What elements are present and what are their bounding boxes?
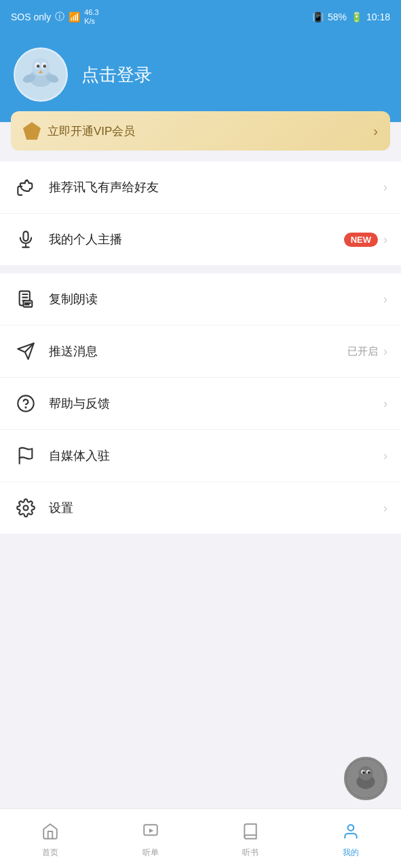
help-icon <box>14 391 38 416</box>
mic-icon <box>14 227 38 252</box>
nav-item-audiobook[interactable]: 听书 <box>201 818 301 859</box>
nav-item-playlist[interactable]: 听单 <box>100 818 201 859</box>
user-icon <box>342 823 360 844</box>
media-text: 自媒体入驻 <box>49 448 383 464</box>
vip-arrow-icon: › <box>373 123 378 139</box>
play-icon <box>142 823 159 844</box>
svg-point-18 <box>24 506 28 511</box>
alert-icon: ⓘ <box>55 11 64 23</box>
bottom-nav: 首页 听单 听书 我的 <box>0 808 401 868</box>
chevron-icon: › <box>383 180 387 195</box>
copyread-text: 复制朗读 <box>49 291 383 307</box>
menu-item-recommend[interactable]: 推荐讯飞有声给好友 › <box>0 161 401 214</box>
avatar-bird-svg <box>15 47 66 102</box>
menu-item-copyread[interactable]: 复制朗读 › <box>0 273 401 326</box>
status-left: SOS only ⓘ 📶 46.3K/s <box>11 8 99 26</box>
push-status: 已开启 <box>347 345 378 358</box>
login-button[interactable]: 点击登录 <box>81 63 152 87</box>
status-right: 📳 58% 🔋 10:18 <box>312 12 390 22</box>
send-icon <box>14 339 38 363</box>
menu-item-media[interactable]: 自媒体入驻 › <box>0 430 401 482</box>
avatar[interactable] <box>14 47 68 102</box>
thumbsup-icon <box>14 175 38 199</box>
menu-section-2: 复制朗读 › 推送消息 已开启 › 帮助与反馈 › <box>0 273 401 534</box>
audiobook-label: 听书 <box>242 847 259 859</box>
push-right: 已开启 › <box>347 344 387 359</box>
chevron-icon: › <box>383 449 387 463</box>
status-bar: SOS only ⓘ 📶 46.3K/s 📳 58% 🔋 10:18 <box>0 0 401 34</box>
wifi-icon: 📶 <box>69 12 80 22</box>
home-label: 首页 <box>42 847 58 859</box>
doc-icon <box>14 287 38 311</box>
battery-icon: 🔋 <box>351 12 362 22</box>
svg-point-16 <box>25 407 26 408</box>
menu-item-push[interactable]: 推送消息 已开启 › <box>0 326 401 378</box>
speed-text: 46.3K/s <box>84 8 98 26</box>
media-right: › <box>383 449 387 463</box>
content-wrapper: 推荐讯飞有声给好友 › 我的个人主播 NEW › 复制朗读 › <box>0 161 401 635</box>
vip-left: 立即开通VIP会员 <box>23 122 135 140</box>
gear-icon <box>14 496 38 520</box>
nav-item-home[interactable]: 首页 <box>0 818 100 859</box>
menu-item-broadcaster[interactable]: 我的个人主播 NEW › <box>0 214 401 265</box>
time-text: 10:18 <box>366 12 390 22</box>
vip-diamond-icon <box>23 122 41 140</box>
svg-point-4 <box>37 64 40 68</box>
svg-rect-10 <box>24 231 28 241</box>
svg-marker-27 <box>149 829 153 833</box>
chevron-icon: › <box>383 501 387 515</box>
vip-label: 立即开通VIP会员 <box>47 123 135 139</box>
chevron-icon: › <box>383 292 387 307</box>
settings-right: › <box>383 501 387 515</box>
svg-point-15 <box>18 395 33 411</box>
mine-label: 我的 <box>343 847 359 859</box>
help-text: 帮助与反馈 <box>49 395 383 412</box>
svg-point-25 <box>368 771 370 774</box>
nav-item-mine[interactable]: 我的 <box>301 818 401 859</box>
settings-text: 设置 <box>49 500 383 516</box>
chevron-icon: › <box>383 344 387 359</box>
vip-banner[interactable]: 立即开通VIP会员 › <box>11 111 390 151</box>
floating-player-avatar <box>346 758 385 799</box>
header-section[interactable]: 点击登录 <box>0 34 401 122</box>
svg-point-28 <box>348 825 354 831</box>
chevron-icon: › <box>383 397 387 411</box>
sos-text: SOS only <box>11 12 51 22</box>
menu-item-settings[interactable]: 设置 › <box>0 482 401 534</box>
floating-player[interactable] <box>344 757 387 800</box>
recommend-right: › <box>383 180 387 195</box>
menu-section-1: 推荐讯飞有声给好友 › 我的个人主播 NEW › <box>0 161 401 265</box>
broadcaster-right: NEW › <box>344 233 387 247</box>
gray-spacer <box>0 542 401 576</box>
svg-rect-12 <box>24 300 33 307</box>
flag-icon <box>14 443 38 468</box>
svg-point-21 <box>358 766 373 781</box>
playlist-label: 听单 <box>142 847 159 859</box>
menu-item-help[interactable]: 帮助与反馈 › <box>0 378 401 430</box>
help-right: › <box>383 397 387 411</box>
copyread-right: › <box>383 292 387 307</box>
book-icon <box>242 823 259 844</box>
home-icon <box>41 823 59 844</box>
chevron-icon: › <box>383 233 387 247</box>
svg-point-6 <box>43 64 46 68</box>
broadcaster-text: 我的个人主播 <box>49 231 344 248</box>
svg-point-23 <box>362 771 365 774</box>
push-text: 推送消息 <box>49 343 347 359</box>
vibrate-icon: 📳 <box>312 12 324 22</box>
recommend-text: 推荐讯飞有声给好友 <box>49 179 383 195</box>
new-badge: NEW <box>344 233 378 247</box>
battery-text: 58% <box>328 12 347 22</box>
